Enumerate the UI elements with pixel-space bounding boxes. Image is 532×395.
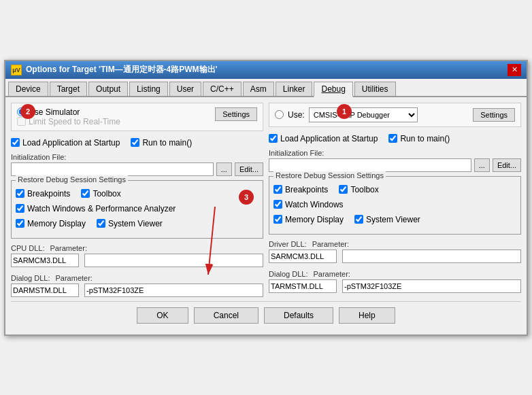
left-edit-btn[interactable]: Edit... <box>235 162 263 176</box>
right-use-label: Use: <box>288 110 305 120</box>
right-dialog-dll-label: Dialog DLL: <box>269 270 307 278</box>
right-driver-dll-param-input[interactable] <box>342 250 521 263</box>
use-simulator-label: Use Simulator <box>29 107 80 117</box>
help-button[interactable]: Help <box>339 307 395 324</box>
right-settings-button[interactable]: Settings <box>473 108 515 122</box>
left-cpu-dll-param-input[interactable] <box>84 254 263 267</box>
right-debugger-select[interactable]: CMSIS-DAP Debugger <box>309 107 418 122</box>
left-cpu-dll-input[interactable] <box>11 254 79 267</box>
left-load-app-row: Load Application at Startup <box>11 138 120 148</box>
left-memory-check[interactable] <box>16 219 24 228</box>
left-breakpoints-check[interactable] <box>16 189 24 198</box>
left-toolbox-label: Toolbox <box>93 189 120 199</box>
left-dialog-dll-input[interactable] <box>11 284 79 297</box>
right-init-file-input[interactable] <box>269 158 471 172</box>
right-run-main-row: Run to main() <box>388 134 450 143</box>
right-toolbox-row: Toolbox <box>339 185 378 194</box>
right-driver-dll-label: Driver DLL: <box>269 240 307 248</box>
left-run-main-check[interactable] <box>131 138 139 147</box>
left-memory-row: Memory Display <box>16 219 86 228</box>
right-toolbox-label: Toolbox <box>350 185 378 194</box>
left-check-row2: Memory Display System Viewer <box>16 216 259 231</box>
right-check-row2: Memory Display System Viewer <box>273 212 516 227</box>
right-dialog-dll-param-input[interactable] <box>342 279 521 293</box>
right-memory-row: Memory Display <box>273 215 344 224</box>
main-window: μV Options for Target 'TIM—通用定时器-4路PWM输出… <box>4 60 528 336</box>
tab-device[interactable]: Device <box>8 82 48 96</box>
right-dialog-dll-inputs <box>269 279 521 293</box>
ok-button[interactable]: OK <box>137 307 188 324</box>
left-load-app-label: Load Application at Startup <box>22 138 120 148</box>
left-sysview-check[interactable] <box>97 219 105 228</box>
left-toolbox-row: Toolbox <box>81 189 120 199</box>
app-icon: μV <box>11 65 22 75</box>
right-browse-btn[interactable]: ... <box>474 158 490 172</box>
right-check-row1: Breakpoints Toolbox <box>273 182 516 197</box>
left-restore-content: Breakpoints Toolbox Watch Windows & Perf… <box>16 186 259 231</box>
cancel-button[interactable]: Cancel <box>194 307 259 324</box>
content-area: 2 Use Simulator Limit Speed to Real-Time <box>5 97 527 334</box>
left-dialog-dll-inputs <box>11 284 263 297</box>
left-watch-label: Watch Windows & Performance Analyzer <box>27 204 176 213</box>
tab-target[interactable]: Target <box>50 82 87 96</box>
right-driver-dll-section: Driver DLL: Parameter: <box>269 240 521 263</box>
left-bp-row: Breakpoints <box>16 189 70 199</box>
right-panel: 1 Use: CMSIS-DAP Debugger Settings <box>269 103 521 298</box>
close-button[interactable]: ✕ <box>508 64 521 76</box>
left-cpu-dll-param-label: Parameter: <box>50 244 263 252</box>
right-load-app-check[interactable] <box>269 134 278 143</box>
right-driver-dll-labels: Driver DLL: Parameter: <box>269 240 521 248</box>
tab-bar: Device Target Output Listing User C/C++ … <box>5 79 527 97</box>
title-bar-left: μV Options for Target 'TIM—通用定时器-4路PWM输出… <box>11 64 217 75</box>
left-sysview-label: System Viewer <box>108 219 163 228</box>
tab-output[interactable]: Output <box>88 82 128 96</box>
right-restore-title: Restore Debug Session Settings <box>273 171 386 179</box>
tab-debug[interactable]: Debug <box>314 82 352 97</box>
left-check-row1: Breakpoints Toolbox <box>16 186 259 201</box>
right-dialog-dll-input[interactable] <box>269 279 337 293</box>
tab-linker[interactable]: Linker <box>276 82 313 96</box>
right-sysview-check[interactable] <box>354 215 363 224</box>
left-load-run-row: Load Application at Startup Run to main(… <box>11 135 263 150</box>
limit-speed-row: Limit Speed to Real-Time <box>17 117 120 126</box>
right-edit-btn[interactable]: Edit... <box>493 158 521 172</box>
right-toolbox-check[interactable] <box>339 185 348 194</box>
left-init-file-input[interactable] <box>11 162 214 176</box>
right-driver-dll-input[interactable] <box>269 250 337 263</box>
left-cpu-dll-label: CPU DLL: <box>11 244 45 252</box>
left-watch-check[interactable] <box>16 204 24 213</box>
right-memory-label: Memory Display <box>285 215 344 224</box>
annotation-3: 3 <box>239 190 254 205</box>
left-restore-group: Restore Debug Session Settings Breakpoin… <box>11 180 263 239</box>
right-sysview-row: System Viewer <box>354 215 420 224</box>
left-cpu-dll-labels: CPU DLL: Parameter: <box>11 244 263 252</box>
left-init-file-row: ... Edit... <box>11 162 263 176</box>
tab-cpp[interactable]: C/C++ <box>203 82 242 96</box>
left-breakpoints-label: Breakpoints <box>27 189 70 199</box>
left-dialog-dll-param-label: Parameter: <box>55 274 263 282</box>
right-watch-check[interactable] <box>273 200 282 209</box>
right-memory-check[interactable] <box>273 215 282 224</box>
left-run-main-row: Run to main() <box>131 138 192 148</box>
left-dialog-dll-param-input[interactable] <box>84 284 263 297</box>
left-settings-button[interactable]: Settings <box>215 107 257 121</box>
right-driver-dll-inputs <box>269 250 521 263</box>
defaults-button[interactable]: Defaults <box>264 307 333 324</box>
tab-user[interactable]: User <box>169 82 201 96</box>
footer: OK Cancel Defaults Help <box>11 301 521 329</box>
left-sysview-row: System Viewer <box>97 219 163 228</box>
right-use-radio[interactable] <box>275 110 284 119</box>
left-load-app-check[interactable] <box>11 138 20 147</box>
left-init-file-label: Initialization File: <box>11 153 263 161</box>
left-toolbox-check[interactable] <box>81 189 90 198</box>
tab-asm[interactable]: Asm <box>243 82 274 96</box>
tab-utilities[interactable]: Utilities <box>354 82 396 96</box>
tab-listing[interactable]: Listing <box>129 82 168 96</box>
left-browse-btn[interactable]: ... <box>216 162 232 176</box>
right-breakpoints-check[interactable] <box>273 185 282 194</box>
left-watch-row: Watch Windows & Performance Analyzer <box>16 204 259 213</box>
right-sysview-label: System Viewer <box>366 215 420 224</box>
right-watch-row: Watch Windows <box>273 200 516 209</box>
left-run-main-label: Run to main() <box>142 138 192 148</box>
right-run-main-check[interactable] <box>388 134 397 143</box>
